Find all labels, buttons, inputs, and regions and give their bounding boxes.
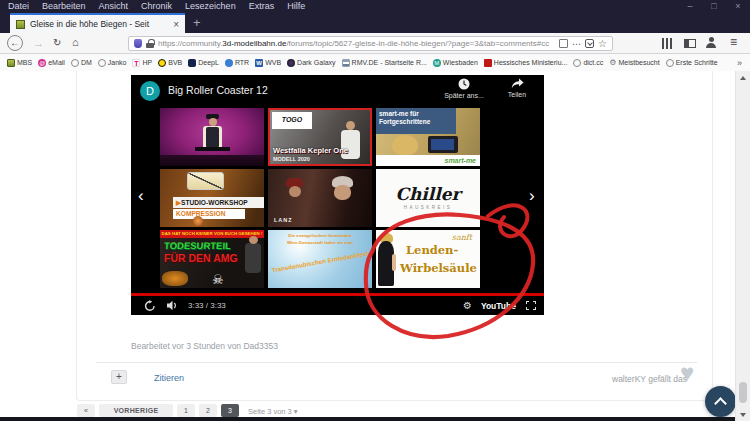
scroll-to-top-button[interactable] — [705, 386, 736, 417]
bookmark-hp[interactable]: THP — [132, 59, 152, 67]
menu-chronik[interactable]: Chronik — [141, 0, 172, 13]
tracking-protection-shield-icon[interactable] — [134, 39, 142, 48]
quote-link[interactable]: Zitieren — [154, 373, 184, 383]
site-favicon-icon — [16, 20, 25, 29]
pagination-page-3-active[interactable]: 3 — [221, 404, 239, 417]
bookmark-email[interactable]: @eMail — [38, 59, 65, 67]
rtr-icon — [225, 59, 233, 67]
forward-button[interactable]: → — [33, 37, 44, 49]
reader-view-icon[interactable] — [559, 39, 568, 48]
fullscreen-icon[interactable] — [526, 301, 536, 310]
vu-meter — [187, 172, 224, 190]
menu-ansicht[interactable]: Ansicht — [99, 0, 129, 13]
new-tab-button[interactable]: + — [193, 15, 201, 30]
suggested-video-studio-workshop[interactable]: ▶STUDIO-WORKSHOP KOMPRESSION — [160, 169, 264, 227]
menu-lesezeichen[interactable]: Lesezeichen — [185, 0, 236, 13]
globe-icon — [666, 59, 674, 67]
multiquote-button[interactable]: + — [111, 370, 127, 384]
suggested-video-lendenwirbelsaeule[interactable]: sanft Lenden- Wirbelsäule — [376, 230, 480, 288]
bookmark-bvb[interactable]: BVB — [158, 59, 182, 67]
time-display: 3:33 / 3:33 — [188, 301, 226, 310]
menu-bearbeiten[interactable]: Bearbeiten — [42, 0, 86, 13]
clock-icon — [458, 78, 470, 90]
bookmark-hessisches-ministerium[interactable]: Hessisches Ministeriu... — [484, 59, 568, 67]
globe-icon — [573, 59, 581, 67]
volume-icon[interactable] — [166, 300, 179, 311]
sidebar-toggle-icon[interactable] — [684, 39, 696, 48]
page-select-dropdown[interactable]: Seite 3 von 3 ▾ — [248, 407, 298, 416]
bookmark-star-icon[interactable]: ☆ — [598, 39, 607, 49]
menu-bar: Datei Bearbeiten Ansicht Chronik Lesezei… — [0, 0, 750, 13]
scrollbar-up-arrow-icon[interactable] — [740, 76, 746, 80]
bookmark-rtr[interactable]: RTR — [225, 59, 249, 67]
menu-hamburger-icon[interactable]: ≡ — [730, 35, 737, 49]
bookmark-deepl[interactable]: DeepL — [188, 59, 219, 67]
home-button[interactable]: ⌂ — [72, 36, 79, 48]
maximize-button[interactable]: □ — [702, 0, 726, 13]
player-control-bar: 3:33 / 3:33 ⚙ YouTube — [131, 296, 544, 315]
url-bar[interactable]: https://community.3d-modellbahn.de/forum… — [128, 36, 613, 51]
bookmark-mbs[interactable]: MBS — [7, 59, 32, 67]
chevron-up-icon — [714, 397, 727, 410]
bookmarks-overflow-chevron[interactable]: » — [737, 58, 742, 68]
navigation-toolbar: ← → ↻ ⌂ https://community.3d-modellbahn.… — [0, 33, 750, 54]
menu-extras[interactable]: Extras — [249, 0, 275, 13]
url-path: /forums/topic/5627-gleise-in-die-höhe-bi… — [286, 39, 549, 48]
lock-icon[interactable] — [146, 39, 154, 48]
pagination-previous-button[interactable]: VORHERIGE — [99, 404, 173, 417]
menu-datei[interactable]: Datei — [8, 0, 29, 13]
globe-icon — [71, 59, 79, 67]
bookmark-rmv[interactable]: RMV.DE - Startseite R... — [342, 59, 427, 67]
rmv-icon — [342, 59, 350, 67]
back-button[interactable]: ← — [7, 35, 23, 51]
telekom-icon: T — [132, 59, 140, 67]
bookmark-wiesbaden[interactable]: MWiesbaden — [433, 59, 478, 67]
bookmark-janko[interactable]: Janko — [98, 59, 127, 67]
close-button[interactable]: × — [726, 0, 750, 13]
account-icon[interactable] — [706, 37, 716, 48]
carousel-right-arrow[interactable]: › — [529, 187, 535, 204]
tab-close-icon[interactable]: × — [173, 19, 179, 30]
heart-icon[interactable]: ♥ — [680, 359, 694, 387]
reload-button[interactable]: ↻ — [53, 37, 61, 48]
video-title[interactable]: Big Roller Coaster 12 — [168, 84, 268, 96]
bookmark-dark-galaxy[interactable]: Dark Galaxy — [287, 59, 336, 67]
bookmark-erste-schritte[interactable]: Erste Schritte — [666, 59, 718, 67]
suggested-video-lanz[interactable]: LANZ — [268, 169, 372, 227]
replay-icon[interactable] — [144, 300, 156, 312]
suggested-video-smartme[interactable]: smart-me für Fortgeschrittene smart-me — [376, 108, 480, 166]
bookmark-meistbesucht[interactable]: ⚙Meistbesucht — [609, 59, 659, 67]
tab-title: Gleise in die höhe Biegen - Seit — [30, 19, 168, 29]
bookmark-dm[interactable]: DM — [71, 59, 92, 67]
scrollbar-thumb[interactable] — [739, 382, 747, 403]
watch-later-button[interactable]: Später ans... — [436, 78, 492, 99]
youtube-logo[interactable]: YouTube — [481, 301, 516, 311]
share-button[interactable]: Teilen — [497, 78, 537, 98]
channel-avatar[interactable]: D — [140, 81, 160, 101]
pagination-page-2[interactable]: 2 — [199, 404, 217, 417]
menu-hilfe[interactable]: Hilfe — [287, 0, 305, 13]
url-text: https://community.3d-modellbahn.de/forum… — [158, 39, 555, 48]
settings-gear-icon[interactable]: ⚙ — [463, 301, 472, 311]
suggested-video-erntedankfest[interactable]: Die evangelischen Gemeinden Wien-Donaust… — [268, 230, 372, 288]
suggested-video-comedian[interactable] — [160, 108, 264, 166]
pagination-first-button[interactable]: « — [77, 404, 95, 417]
minimize-button[interactable]: – — [678, 0, 702, 13]
page-actions-icon[interactable]: ⋯ — [572, 39, 581, 49]
bookmark-wvb[interactable]: WWVB — [255, 59, 281, 67]
active-tab[interactable]: Gleise in die höhe Biegen - Seit × — [10, 13, 185, 33]
suggested-video-westfalia[interactable]: TOGO Westfalia Kepler One MODELL 2020 — [268, 108, 372, 166]
youtube-player[interactable]: D Big Roller Coaster 12 Später ans... Te… — [131, 75, 544, 315]
pocket-icon[interactable] — [585, 39, 594, 48]
library-icon[interactable] — [662, 38, 672, 49]
deepl-icon — [188, 59, 196, 67]
suggested-video-chiller[interactable]: Chiller HAUSKREIS — [376, 169, 480, 227]
mail-icon: @ — [38, 59, 46, 67]
page-scrollbar[interactable] — [735, 71, 750, 421]
pagination-page-1[interactable]: 1 — [177, 404, 195, 417]
divider — [96, 362, 697, 363]
carousel-left-arrow[interactable]: ‹ — [138, 187, 144, 204]
suggested-video-amg[interactable]: DAS HAT NOCH KEINER VON EUCH GESEHEN ! T… — [160, 230, 264, 288]
scrollbar-down-arrow-icon[interactable] — [740, 413, 746, 417]
bookmark-dictcc[interactable]: dict.cc — [573, 59, 603, 67]
